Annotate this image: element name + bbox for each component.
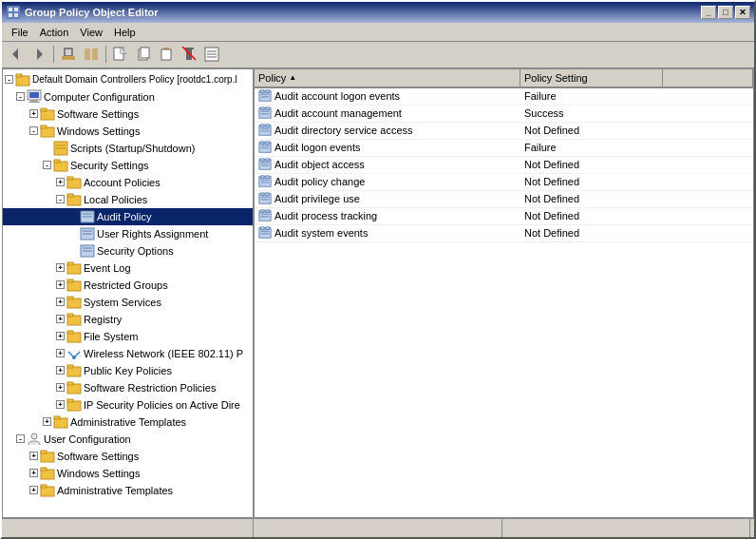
expand-system-services[interactable]: +: [56, 298, 65, 306]
policy-cell: Audit account management: [255, 106, 520, 121]
tree-root[interactable]: - Default Domain Controllers Policy [roo…: [3, 71, 253, 88]
expand-security-settings[interactable]: -: [43, 161, 51, 169]
copy-button[interactable]: [133, 44, 154, 65]
tree-security-options[interactable]: Security Options: [3, 242, 253, 260]
list-content[interactable]: Audit account logon eventsFailure Audit …: [255, 88, 753, 517]
svg-rect-9: [85, 48, 90, 60]
tree-public-key[interactable]: + Public Key Policies: [3, 362, 253, 379]
expand-uc-windows[interactable]: +: [29, 469, 38, 477]
paste-button[interactable]: [156, 44, 177, 65]
tree-uc-software[interactable]: + Software Settings: [3, 448, 253, 465]
table-row[interactable]: Audit object accessNot Defined: [255, 157, 753, 174]
security-settings-label: Security Settings: [70, 160, 149, 171]
expand-public-key[interactable]: +: [56, 366, 65, 375]
up-button[interactable]: [58, 44, 79, 65]
svg-rect-100: [261, 159, 265, 162]
policy-name: Audit directory service access: [274, 125, 413, 136]
expand-local-policies[interactable]: -: [56, 195, 65, 203]
svg-rect-58: [67, 297, 73, 299]
tree-software-settings[interactable]: + Software Settings: [3, 106, 253, 123]
expand-windows-settings[interactable]: -: [29, 126, 38, 135]
tree-software-restriction[interactable]: + Software Restriction Policies: [3, 379, 253, 396]
sort-arrow: ▲: [289, 73, 296, 82]
tree-registry[interactable]: + Registry: [3, 311, 253, 328]
tree-security-settings[interactable]: - Security Settings: [3, 157, 253, 174]
menu-file[interactable]: File: [6, 25, 34, 40]
restricted-groups-icon: [66, 278, 82, 293]
tree-windows-settings[interactable]: - Windows Settings: [3, 123, 253, 140]
expand-admin-templates-cc[interactable]: +: [43, 417, 51, 426]
menu-action[interactable]: Action: [34, 25, 75, 40]
tree-scripts[interactable]: Scripts (Startup/Shutdown): [3, 140, 253, 157]
system-services-icon: [66, 295, 82, 310]
tree-user-rights[interactable]: User Rights Assignment: [3, 225, 253, 242]
tree-panel[interactable]: - Default Domain Controllers Policy [roo…: [3, 69, 255, 517]
uc-admin-templates-icon: [40, 483, 55, 498]
tree-admin-templates-cc[interactable]: + Administrative Templates: [3, 414, 253, 431]
tree-wireless[interactable]: + Wireless Network (IEEE 802.11) P: [3, 345, 253, 362]
wireless-icon: [66, 346, 82, 361]
forward-button[interactable]: [28, 44, 49, 65]
col-policy[interactable]: Policy ▲: [255, 69, 520, 87]
svg-rect-67: [67, 382, 73, 385]
menu-view[interactable]: View: [74, 25, 108, 40]
table-row[interactable]: Audit system eventsNot Defined: [255, 225, 753, 242]
policy-cell: Audit account logon events: [255, 88, 520, 104]
expand-account-policies[interactable]: +: [56, 178, 65, 186]
windows-settings-label: Windows Settings: [57, 125, 140, 137]
expand-registry[interactable]: +: [56, 315, 65, 323]
col-extra[interactable]: [663, 69, 753, 87]
tree-uc-windows[interactable]: + Windows Settings: [3, 465, 253, 482]
tree-restricted-groups[interactable]: + Restricted Groups: [3, 277, 253, 294]
svg-rect-65: [67, 365, 73, 368]
tree-ip-security[interactable]: + IP Security Policies on Active Dire: [3, 396, 253, 414]
expand-restricted-groups[interactable]: +: [56, 280, 65, 289]
policy-setting: Not Defined: [520, 192, 663, 205]
minimize-button[interactable]: _: [701, 6, 716, 19]
expand-user-config[interactable]: -: [16, 434, 25, 443]
tree-computer-config[interactable]: - Computer Configuration: [3, 88, 253, 106]
expand-software-restriction[interactable]: +: [56, 383, 65, 392]
table-row[interactable]: Audit policy changeNot Defined: [255, 174, 753, 191]
tree-user-config[interactable]: - User Configuration: [3, 431, 253, 448]
expand-event-log[interactable]: +: [56, 263, 65, 272]
expand-ip-security[interactable]: +: [56, 400, 65, 409]
expand-file-system[interactable]: +: [56, 332, 65, 340]
svg-rect-1: [9, 8, 12, 11]
tree-account-policies[interactable]: + Account Policies: [3, 174, 253, 191]
new-button[interactable]: [110, 44, 131, 65]
toolbar-separator-1: [53, 46, 54, 63]
local-policies-icon: [66, 192, 82, 207]
tree-file-system[interactable]: + File System: [3, 328, 253, 345]
table-row[interactable]: Audit privilege useNot Defined: [255, 191, 753, 208]
table-row[interactable]: Audit directory service accessNot Define…: [255, 123, 753, 140]
menu-help[interactable]: Help: [108, 25, 142, 40]
tree-system-services[interactable]: + System Services: [3, 294, 253, 311]
tree-audit-policy[interactable]: Audit Policy: [3, 208, 253, 225]
right-panel: Policy ▲ Policy Setting Audit account lo…: [255, 69, 753, 517]
back-button[interactable]: [6, 44, 27, 65]
expand-root[interactable]: -: [5, 75, 13, 84]
svg-rect-39: [54, 160, 60, 163]
table-row[interactable]: Audit account logon eventsFailure: [255, 88, 753, 106]
delete-button[interactable]: [179, 44, 199, 65]
svg-rect-29: [30, 100, 38, 102]
col-setting[interactable]: Policy Setting: [520, 69, 663, 87]
table-row[interactable]: Audit account managementSuccess: [255, 106, 753, 123]
policy-cell: Audit system events: [255, 225, 520, 241]
tree-uc-admin-templates[interactable]: + Administrative Templates: [3, 482, 253, 499]
close-button[interactable]: ✕: [735, 6, 750, 19]
expand-software-settings[interactable]: +: [29, 109, 38, 118]
expand-uc-software[interactable]: +: [29, 452, 38, 460]
maximize-button[interactable]: □: [718, 6, 733, 19]
properties-button[interactable]: [201, 44, 222, 65]
tree-local-policies[interactable]: - Local Policies: [3, 191, 253, 208]
show-hide-button[interactable]: [81, 44, 102, 65]
table-row[interactable]: Audit process trackingNot Defined: [255, 208, 753, 225]
tree-event-log[interactable]: + Event Log: [3, 260, 253, 277]
expand-wireless[interactable]: +: [56, 349, 65, 357]
policy-cell: Audit policy change: [255, 174, 520, 189]
expand-uc-admin-templates[interactable]: +: [29, 486, 38, 494]
expand-computer-config[interactable]: -: [16, 92, 25, 101]
table-row[interactable]: Audit logon eventsFailure: [255, 140, 753, 157]
